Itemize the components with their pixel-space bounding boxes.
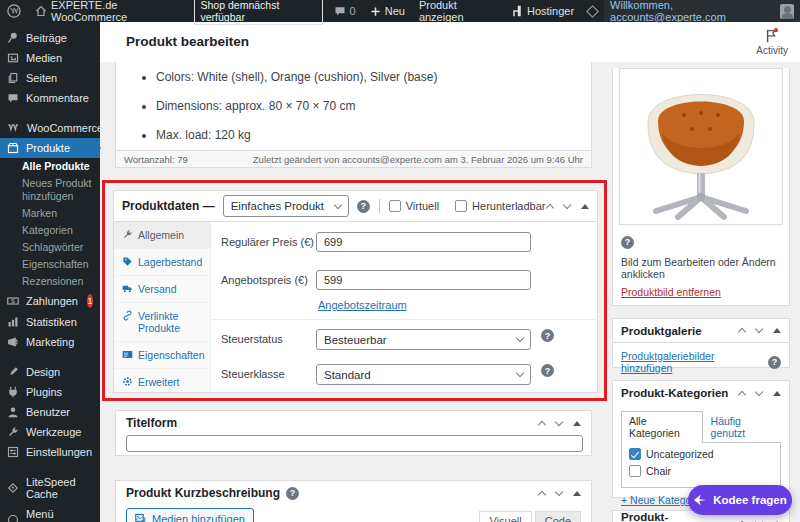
downloadable-checkbox[interactable]: Herunterladbar — [455, 200, 545, 212]
tag-icon — [122, 256, 133, 267]
move-up-icon[interactable] — [538, 490, 546, 498]
move-down-icon[interactable] — [563, 200, 571, 208]
sidebar-subitem-reviews[interactable]: Rezensionen — [0, 273, 100, 290]
schedule-sale-link[interactable]: Angebotszeitraum — [318, 299, 407, 311]
categories-header[interactable]: Produkt-Kategorien — [613, 381, 789, 405]
gallery-help-icon[interactable]: ? — [768, 356, 781, 369]
move-up-icon[interactable] — [738, 328, 746, 336]
chevron-down-icon — [516, 369, 524, 377]
main-content: Produkt bearbeiten Activity Colors: Whit… — [100, 22, 800, 522]
tab-advanced[interactable]: Erweitert — [114, 369, 210, 396]
sidebar-item-woocommerce[interactable]: WooCommerce — [0, 118, 100, 138]
sidebar-item-tools[interactable]: Werkzeuge — [0, 422, 100, 442]
sidebar-item-posts[interactable]: Beiträge — [0, 28, 100, 48]
add-gallery-images-link[interactable]: Produktgaleriebilder hinzufügen — [621, 350, 763, 374]
sidebar-item-products[interactable]: Produkte — [0, 138, 100, 158]
tab-general[interactable]: Allgemein — [114, 222, 210, 249]
tab-visual[interactable]: Visuell — [479, 511, 531, 522]
move-down-icon[interactable] — [755, 325, 763, 333]
coming-soon-button[interactable]: Shop demnächst verfügbar — [194, 0, 323, 25]
site-menu[interactable]: EXPERTE.de WooCommerce — [28, 0, 190, 22]
tax-class-select[interactable]: Standard — [316, 364, 531, 385]
sidebar-item-media[interactable]: Medien — [0, 48, 100, 68]
view-product-link[interactable]: Produkt anzeigen — [412, 0, 504, 22]
sidebar-item-comments[interactable]: Kommentare — [0, 88, 100, 108]
general-tab-fields: Regulärer Preis (€) Angebotspreis (€) An… — [211, 222, 597, 392]
featured-image-panel: ? Bild zum Bearbeiten oder Ändern anklic… — [612, 68, 790, 306]
add-media-button[interactable]: Medien hinzufügen — [126, 508, 254, 522]
products-box-icon — [7, 142, 19, 154]
sale-price-input[interactable] — [316, 270, 531, 290]
titleform-panel: Titelform — [115, 410, 592, 456]
featured-image-help-icon[interactable]: ? — [621, 236, 634, 249]
stats-bars-icon — [7, 316, 19, 328]
litespeed-diamond-icon — [586, 5, 599, 18]
category-uncategorized[interactable]: Uncategorized — [629, 448, 773, 460]
sidebar-subitem-brands[interactable]: Marken — [0, 205, 100, 222]
move-down-icon[interactable] — [755, 517, 763, 522]
sidebar-subitem-tags[interactable]: Schlagwörter — [0, 239, 100, 256]
tab-code[interactable]: Code — [535, 511, 581, 522]
sidebar-subitem-attributes[interactable]: Eigenschaften — [0, 256, 100, 273]
tab-linked-products[interactable]: Verlinkte Produkte — [114, 303, 210, 342]
titleform-input[interactable] — [126, 435, 583, 452]
kodee-chat-button[interactable]: Kodee fragen — [688, 485, 792, 515]
move-up-icon[interactable] — [546, 203, 554, 211]
sidebar-item-collapse-menu[interactable]: Menü einklappen — [0, 504, 100, 522]
sidebar-item-settings[interactable]: Einstellungen — [0, 442, 100, 462]
gallery-header[interactable]: Produktgalerie — [613, 319, 789, 343]
sidebar-subitem-new-product[interactable]: Neues Produkt hinzufügen — [0, 175, 100, 205]
activity-button[interactable]: Activity — [756, 26, 788, 56]
product-image[interactable] — [619, 68, 783, 225]
home-icon — [35, 5, 47, 17]
sidebar-item-litespeed[interactable]: LiteSpeed Cache — [0, 472, 100, 504]
sidebar-item-users[interactable]: Benutzer — [0, 402, 100, 422]
toggle-panel-icon[interactable] — [773, 328, 781, 333]
wordpress-logo-icon[interactable] — [0, 0, 28, 22]
remove-product-image-link[interactable]: Produktbild entfernen — [621, 286, 721, 298]
titleform-header[interactable]: Titelform — [116, 411, 591, 435]
sidebar-item-plugins[interactable]: Plugins — [0, 382, 100, 402]
short-description-help-icon[interactable]: ? — [286, 487, 299, 500]
sidebar-item-appearance[interactable]: Design — [0, 362, 100, 382]
sidebar-item-analytics[interactable]: Statistiken — [0, 312, 100, 332]
sidebar-item-payments[interactable]: Zahlungen 1 — [0, 290, 100, 312]
move-down-icon[interactable] — [755, 387, 763, 395]
comments-menu[interactable]: 0 — [327, 0, 363, 22]
hostinger-menu[interactable]: Hostinger — [504, 0, 581, 22]
toggle-panel-icon[interactable] — [573, 491, 581, 496]
tab-most-used[interactable]: Häufig genutzt — [703, 412, 781, 442]
toggle-panel-icon[interactable] — [581, 204, 589, 209]
account-menu[interactable]: Willkommen, accounts@experte.com — [604, 0, 800, 23]
move-down-icon[interactable] — [555, 417, 563, 425]
sidebar-item-pages[interactable]: Seiten — [0, 68, 100, 88]
toggle-panel-icon[interactable] — [573, 421, 581, 426]
tax-class-help-icon[interactable]: ? — [541, 364, 554, 377]
tab-shipping[interactable]: Versand — [114, 276, 210, 303]
category-chair[interactable]: Chair — [629, 465, 773, 477]
comments-icon — [7, 92, 19, 104]
sidebar-subitem-categories[interactable]: Kategorien — [0, 222, 100, 239]
short-description-header[interactable]: Produkt Kurzbeschreibung ? — [116, 481, 591, 505]
site-name: EXPERTE.de WooCommerce — [51, 0, 183, 23]
sidebar-subitem-all-products[interactable]: Alle Produkte — [0, 158, 100, 175]
product-type-help-icon[interactable]: ? — [357, 200, 370, 213]
product-description-editor[interactable]: Colors: White (shell), Orange (cushion),… — [115, 62, 592, 168]
litespeed-menu[interactable] — [581, 0, 604, 22]
titleform-title: Titelform — [126, 416, 177, 430]
tab-attributes[interactable]: Eigenschaften — [114, 342, 210, 369]
sidebar-item-marketing[interactable]: Marketing — [0, 332, 100, 352]
move-down-icon[interactable] — [555, 487, 563, 495]
toggle-panel-icon[interactable] — [773, 391, 781, 396]
virtual-checkbox[interactable]: Virtuell — [389, 200, 439, 212]
tab-inventory[interactable]: Lagerbestand — [114, 249, 210, 276]
tax-status-select[interactable]: Besteuerbar — [316, 329, 531, 350]
product-type-select[interactable]: Einfaches Produkt — [223, 195, 349, 217]
regular-price-input[interactable] — [316, 232, 531, 252]
new-content-menu[interactable]: Neu — [363, 0, 412, 22]
tab-all-categories[interactable]: Alle Kategorien — [621, 411, 703, 443]
move-up-icon[interactable] — [538, 420, 546, 428]
move-up-icon[interactable] — [738, 390, 746, 398]
admin-sidebar: Beiträge Medien Seiten Kommentare WooCom… — [0, 22, 100, 522]
tax-status-help-icon[interactable]: ? — [541, 329, 554, 342]
